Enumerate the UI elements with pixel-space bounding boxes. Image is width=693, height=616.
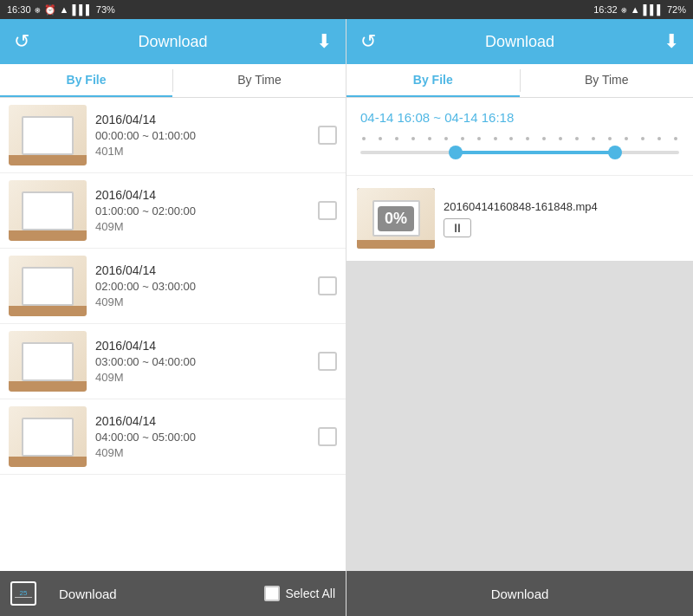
file-thumbnail-3 xyxy=(9,331,87,392)
file-item-1[interactable]: 2016/04/14 01:00:00 ~ 02:00:00 409M xyxy=(0,173,346,249)
left-back-button[interactable]: ↺ xyxy=(10,27,33,56)
dl-progress-overlay: 0% xyxy=(378,206,414,231)
file-thumbnail-1 xyxy=(9,180,87,241)
file-item-2[interactable]: 2016/04/14 02:00:00 ~ 03:00:00 409M xyxy=(0,249,346,324)
alarm-icon-left: ⏰ xyxy=(44,4,56,16)
time-left: 16:30 xyxy=(7,4,31,15)
slider-thumb-left[interactable] xyxy=(449,146,463,159)
right-download-button[interactable]: Download xyxy=(491,587,549,601)
file-thumbnail-0 xyxy=(9,105,87,165)
file-date-3: 2016/04/14 xyxy=(95,339,309,353)
file-item-3[interactable]: 2016/04/14 03:00:00 ~ 04:00:00 409M xyxy=(0,324,346,399)
dl-thumb-floor xyxy=(357,240,435,249)
left-tab-by-file[interactable]: By File xyxy=(0,64,172,97)
left-header: ↺ Download ⬇ xyxy=(0,19,346,64)
file-size-1: 409M xyxy=(95,220,309,233)
file-checkbox-0[interactable] xyxy=(318,126,337,145)
slider-fill xyxy=(456,151,615,154)
file-info-2: 2016/04/14 02:00:00 ~ 03:00:00 409M xyxy=(87,263,318,308)
select-all-label: Select All xyxy=(285,587,335,600)
file-size-0: 401M xyxy=(95,145,309,158)
file-thumbnail-2 xyxy=(9,256,87,316)
time-range-section: 04-14 16:08 ~ 04-14 16:18 xyxy=(346,98,693,175)
battery-right: 72% xyxy=(667,4,686,15)
dl-pause-button[interactable]: ⏸ xyxy=(444,218,471,237)
left-bottom-bar: 25 Download Select All xyxy=(0,571,346,616)
status-left: 16:30 ⎈ ⏰ ▲ ▌▌▌ 73% xyxy=(7,4,115,16)
right-panel: ↺ Download ⬇ By File By Time 04-14 16:08… xyxy=(346,19,693,616)
file-checkbox-2[interactable] xyxy=(318,276,337,295)
left-panel: ↺ Download ⬇ By File By Time 2016/04/14 xyxy=(0,19,346,616)
bluetooth-icon-right: ⎈ xyxy=(621,4,627,15)
right-tabs: By File By Time xyxy=(346,64,693,98)
thumb-floor-0 xyxy=(9,155,87,165)
right-tab-by-time[interactable]: By Time xyxy=(521,64,694,97)
select-all-checkbox[interactable] xyxy=(264,586,280,601)
file-item-4[interactable]: 2016/04/14 04:00:00 ~ 05:00:00 409M xyxy=(0,399,346,475)
bluetooth-icon-left: ⎈ xyxy=(35,4,41,15)
file-checkbox-3[interactable] xyxy=(318,352,337,371)
file-date-2: 2016/04/14 xyxy=(95,263,309,277)
right-download-icon[interactable]: ⬇ xyxy=(660,27,683,56)
file-time-4: 04:00:00 ~ 05:00:00 xyxy=(95,431,309,444)
dl-filename: 20160414160848-161848.mp4 xyxy=(444,200,683,213)
file-size-4: 409M xyxy=(95,446,309,459)
file-info-1: 2016/04/14 01:00:00 ~ 02:00:00 409M xyxy=(87,188,318,233)
main-layout: ↺ Download ⬇ By File By Time 2016/04/14 xyxy=(0,19,693,616)
time-range-label: 04-14 16:08 ~ 04-14 16:18 xyxy=(360,110,679,125)
left-download-icon[interactable]: ⬇ xyxy=(313,27,335,56)
battery-left: 73% xyxy=(96,4,115,15)
file-info-3: 2016/04/14 03:00:00 ~ 04:00:00 409M xyxy=(87,339,318,384)
status-bar: 16:30 ⎈ ⏰ ▲ ▌▌▌ 73% 16:32 ⎈ ▲ ▌▌▌ 72% xyxy=(0,0,693,19)
right-back-button[interactable]: ↺ xyxy=(357,27,379,56)
file-thumbnail-4 xyxy=(9,406,87,467)
file-info-0: 2016/04/14 00:00:00 ~ 01:00:00 401M xyxy=(87,113,318,158)
file-date-4: 2016/04/14 xyxy=(95,414,309,428)
dl-thumbnail: 0% xyxy=(357,188,435,249)
file-checkbox-1[interactable] xyxy=(318,201,337,220)
file-size-2: 409M xyxy=(95,295,309,308)
file-date-1: 2016/04/14 xyxy=(95,188,309,202)
file-time-0: 00:00:00 ~ 01:00:00 xyxy=(95,129,309,142)
status-right: 16:32 ⎈ ▲ ▌▌▌ 72% xyxy=(593,4,686,15)
file-checkbox-4[interactable] xyxy=(318,427,337,446)
slider-dots xyxy=(360,137,679,140)
wifi-icon-right: ▲ xyxy=(631,4,640,15)
signal-bars-left: ▌▌▌ xyxy=(72,4,92,15)
left-download-button[interactable]: Download xyxy=(47,581,129,606)
right-tab-by-file[interactable]: By File xyxy=(346,64,520,97)
wifi-icon-left: ▲ xyxy=(60,4,69,15)
file-size-3: 409M xyxy=(95,371,309,384)
download-item-0: 0% 20160414160848-161848.mp4 ⏸ xyxy=(357,183,683,254)
slider-container[interactable] xyxy=(360,135,679,168)
time-right: 16:32 xyxy=(593,4,618,15)
select-all-area: Select All xyxy=(264,586,335,601)
slider-track[interactable] xyxy=(360,151,679,154)
thumb-frame-0 xyxy=(22,116,74,155)
signal-bars-right: ▌▌▌ xyxy=(644,4,664,15)
file-item-0[interactable]: 2016/04/14 00:00:00 ~ 01:00:00 401M xyxy=(0,98,346,173)
slider-thumb-right[interactable] xyxy=(608,146,622,159)
right-header: ↺ Download ⬇ xyxy=(346,19,693,64)
right-title: Download xyxy=(485,33,554,51)
dl-info: 20160414160848-161848.mp4 ⏸ xyxy=(444,200,683,237)
file-info-4: 2016/04/14 04:00:00 ~ 05:00:00 409M xyxy=(87,414,318,459)
download-section: 0% 20160414160848-161848.mp4 ⏸ xyxy=(346,175,693,261)
file-time-3: 03:00:00 ~ 04:00:00 xyxy=(95,355,309,368)
calendar-divider xyxy=(15,597,32,598)
right-bottom-bar: Download xyxy=(346,571,693,616)
calendar-date: 25 xyxy=(20,589,28,597)
calendar-icon[interactable]: 25 xyxy=(10,581,36,606)
left-tab-by-time[interactable]: By Time xyxy=(173,64,346,97)
file-date-0: 2016/04/14 xyxy=(95,113,309,126)
left-tabs: By File By Time xyxy=(0,64,346,98)
left-file-list: 2016/04/14 00:00:00 ~ 01:00:00 401M 2016… xyxy=(0,98,346,571)
right-bottom-area xyxy=(346,261,693,571)
file-time-1: 01:00:00 ~ 02:00:00 xyxy=(95,204,309,217)
file-time-2: 02:00:00 ~ 03:00:00 xyxy=(95,280,309,293)
left-title: Download xyxy=(138,33,207,51)
